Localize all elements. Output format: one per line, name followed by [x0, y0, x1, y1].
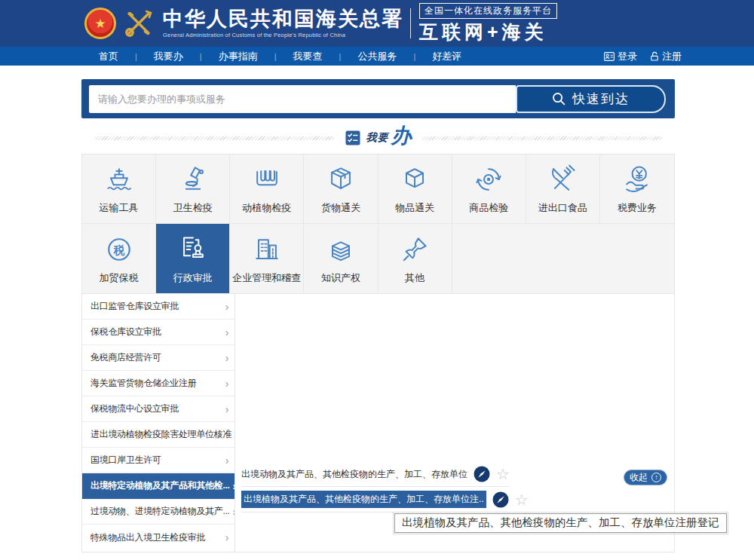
- customs-emblem-icon: [121, 6, 156, 41]
- cube-icon: [398, 163, 431, 196]
- nav-item-service-guide[interactable]: 办事指南: [219, 50, 258, 63]
- approval-stamp-icon: [176, 233, 210, 266]
- svg-text:税: 税: [112, 243, 124, 256]
- nav-separator: |: [339, 52, 342, 61]
- category-label: 企业管理和稽查: [232, 271, 301, 285]
- category-other[interactable]: 其他: [379, 224, 452, 293]
- sidebar-item-pest-treatment-unit[interactable]: 进出境动植物检疫除害处理单位核准 ›: [82, 422, 234, 448]
- sidebar-item-label: 免税商店经营许可: [90, 351, 161, 364]
- nav-separator: |: [200, 52, 202, 61]
- category-commodity-inspection[interactable]: 商品检验: [452, 155, 526, 224]
- arrow-up-circle-icon: ↑: [651, 473, 661, 482]
- category-label: 知识产权: [321, 271, 360, 285]
- section-divider: 我要 办: [81, 127, 675, 148]
- platform-badge: 全国一体化在线政务服务平台: [419, 3, 557, 19]
- sidebar-item-label: 过境动物、进境特定动植物及其产...: [90, 505, 230, 518]
- sidebar-item-special-articles-quarantine[interactable]: 特殊物品出入境卫生检疫审批 ›: [82, 525, 234, 550]
- quick-search-button[interactable]: 快速到达: [516, 85, 666, 113]
- cutlery-icon: [546, 163, 579, 196]
- sidebar-item-bonded-warehouse[interactable]: 保税仓库设立审批 ›: [82, 320, 234, 345]
- compass-icon[interactable]: [474, 466, 490, 482]
- nav-item-home[interactable]: 首页: [99, 50, 118, 63]
- category-label: 物品通关: [395, 201, 434, 215]
- pushpin-icon: [398, 233, 431, 266]
- register-link[interactable]: 注册: [650, 50, 682, 63]
- checklist-icon: [345, 130, 360, 145]
- category-animal-plant-quarantine[interactable]: 动植物检疫: [230, 155, 304, 224]
- category-transport-vehicles[interactable]: 运输工具: [82, 155, 156, 224]
- sidebar-item-outbound-specified-animals-plants[interactable]: 出境特定动植物及其产品和其他检... ›: [82, 473, 234, 499]
- nav-item-rating[interactable]: 好差评: [432, 50, 461, 63]
- nav-item-i-want-to-query[interactable]: 我要查: [293, 50, 323, 63]
- star-icon[interactable]: ☆: [496, 467, 510, 482]
- category-admin-approval[interactable]: 行政审批: [156, 224, 230, 293]
- service-row-outbound-plants: 出境植物及其产品、其他检疫物的生产、加工、存放单位注.. ☆: [241, 491, 510, 513]
- login-label: 登录: [618, 50, 637, 63]
- sidebar-item-supervised-goods-storage[interactable]: 海关监管货物仓储企业注册 ›: [82, 371, 234, 396]
- header: ★ 中华人民共和国海关总署 General Administration of …: [0, 0, 754, 47]
- grid-empty-area: [452, 224, 674, 293]
- books-icon: [324, 233, 357, 266]
- category-intellectual-property[interactable]: 知识产权: [304, 224, 378, 293]
- star-icon[interactable]: ☆: [515, 492, 529, 507]
- category-tax-services[interactable]: 税费业务: [600, 155, 674, 224]
- nav-item-i-want-to-handle[interactable]: 我要办: [154, 50, 183, 63]
- category-enterprise-management[interactable]: 企业管理和稽查: [230, 224, 304, 293]
- category-label: 动植物检疫: [242, 201, 291, 215]
- compass-icon[interactable]: [492, 491, 509, 508]
- brand: ★ 中华人民共和国海关总署 General Administration of …: [84, 3, 557, 44]
- category-processing-bonded[interactable]: 税 加贸保税: [82, 224, 156, 293]
- category-label: 卫生检疫: [173, 201, 213, 215]
- ship-icon: [103, 163, 136, 196]
- login-link[interactable]: 登录: [604, 50, 637, 63]
- search-input[interactable]: [89, 85, 516, 113]
- sidebar-item-duty-free-shop[interactable]: 免税商店经营许可 ›: [82, 345, 234, 371]
- chevron-right-icon: ›: [225, 454, 228, 467]
- category-label: 其他: [405, 271, 425, 285]
- service-link[interactable]: 出境动物及其产品、其他检疫物的生产、加工、存放单位注...: [241, 468, 467, 481]
- category-label: 行政审批: [173, 271, 213, 285]
- collapse-button[interactable]: 收起 ↑: [624, 470, 667, 485]
- sidebar-item-label: 海关监管货物仓储企业注册: [90, 377, 196, 390]
- unlock-icon: [650, 51, 659, 61]
- sidebar-item-label: 保税仓库设立审批: [90, 326, 161, 338]
- sidebar-item-transit-animals[interactable]: 过境动物、进境特定动植物及其产... ›: [82, 499, 234, 525]
- section-title-suffix: 办: [391, 122, 412, 149]
- chevron-right-icon: ›: [225, 531, 228, 543]
- category-cargo-clearance[interactable]: 货物通关: [304, 155, 378, 224]
- category-label: 加贸保税: [100, 271, 139, 285]
- search-band: 快速到达: [81, 79, 675, 118]
- chevron-right-icon: ›: [225, 352, 228, 364]
- nav-separator: |: [135, 52, 137, 61]
- sidebar-item-label: 出境特定动植物及其产品和其他检...: [90, 479, 230, 492]
- currency-hand-icon: [621, 163, 654, 196]
- site-title: 中华人民共和国海关总署: [163, 8, 403, 29]
- section-title-prefix: 我要: [366, 131, 389, 145]
- category-label: 运输工具: [100, 201, 139, 215]
- nav-separator: |: [274, 52, 277, 61]
- sidebar-item-export-supervised-warehouse[interactable]: 出口监管仓库设立审批 ›: [82, 294, 234, 320]
- tax-circle-icon: 税: [103, 233, 136, 266]
- id-card-icon: [604, 52, 615, 61]
- category-label: 税费业务: [618, 201, 657, 215]
- site-titles: 中华人民共和国海关总署 General Administration of Cu…: [163, 8, 403, 38]
- sidebar-item-label: 特殊物品出入境卫生检疫审批: [90, 531, 205, 544]
- package-icon: [324, 163, 357, 196]
- chevron-right-icon: ›: [225, 301, 228, 313]
- nav-items: 首页 | 我要办 | 办事指南 | 我要查 | 公共服务 | 好差评: [99, 50, 461, 63]
- sidebar-item-bonded-logistics-center[interactable]: 保税物流中心设立审批 ›: [82, 396, 234, 422]
- approval-sidebar: 出口监管仓库设立审批 › 保税仓库设立审批 › 免税商店经营许可 › 海关监管货…: [82, 294, 235, 552]
- divider-line: [95, 136, 335, 140]
- category-articles-clearance[interactable]: 物品通关: [379, 155, 452, 224]
- sidebar-item-label: 国境口岸卫生许可: [90, 454, 161, 467]
- chevron-right-icon: ›: [233, 480, 234, 492]
- service-link-highlighted[interactable]: 出境植物及其产品、其他检疫物的生产、加工、存放单位注..: [241, 491, 486, 508]
- buildings-icon: [250, 233, 284, 266]
- nav-item-public-services[interactable]: 公共服务: [357, 50, 397, 63]
- divider-line: [422, 136, 662, 140]
- sidebar-item-border-port-hygiene[interactable]: 国境口岸卫生许可 ›: [82, 448, 234, 473]
- category-import-export-food[interactable]: 进出口食品: [526, 155, 600, 224]
- platform-block: 全国一体化在线政务服务平台 互联网+海关: [419, 3, 557, 44]
- category-health-quarantine[interactable]: 卫生检疫: [156, 155, 230, 224]
- sidebar-item-label: 保税物流中心设立审批: [90, 402, 179, 415]
